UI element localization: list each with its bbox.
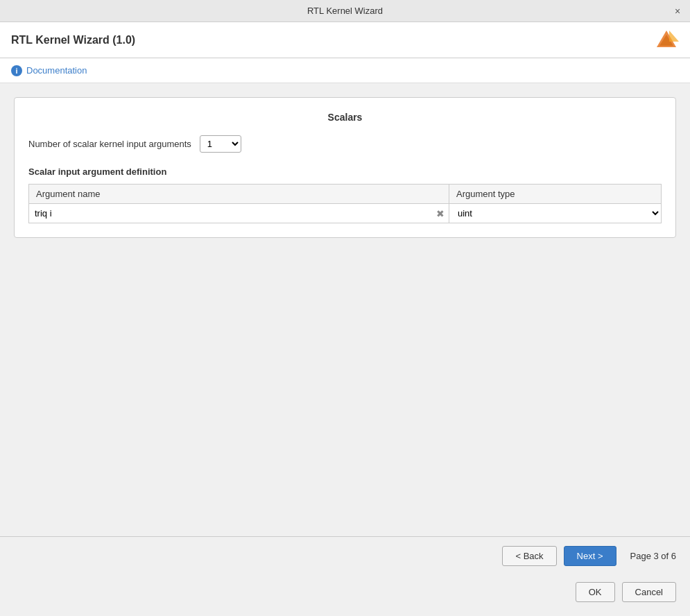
next-button[interactable]: Next > bbox=[564, 546, 616, 566]
argument-table: Argument name Argument type ✖ uint bbox=[28, 184, 662, 223]
scalars-title: Scalars bbox=[28, 112, 662, 123]
wizard-title: RTL Kernel Wizard (1.0) bbox=[11, 34, 135, 46]
title-bar-text: RTL Kernel Wizard bbox=[307, 6, 383, 16]
name-cell: ✖ bbox=[29, 204, 449, 223]
argument-name-input[interactable] bbox=[29, 205, 432, 222]
back-button[interactable]: < Back bbox=[502, 546, 556, 566]
info-icon: i bbox=[11, 65, 22, 76]
clear-name-button[interactable]: ✖ bbox=[432, 205, 449, 222]
header: RTL Kernel Wizard (1.0) bbox=[0, 22, 690, 58]
table-row: ✖ uint int float double uint64 int64 bbox=[29, 204, 662, 223]
svg-marker-2 bbox=[669, 31, 679, 42]
section-label: Scalar input argument definition bbox=[28, 166, 662, 177]
ok-button[interactable]: OK bbox=[576, 582, 615, 602]
page-info: Page 3 of 6 bbox=[630, 551, 677, 561]
doc-bar: i Documentation bbox=[0, 58, 690, 83]
num-args-select[interactable]: 0 1 2 3 4 5 6 7 8 bbox=[200, 135, 241, 153]
argument-type-select[interactable]: uint int float double uint64 int64 bbox=[449, 204, 661, 223]
col-header-type: Argument type bbox=[449, 185, 661, 204]
num-args-label: Number of scalar kernel input arguments bbox=[28, 139, 191, 149]
title-bar: RTL Kernel Wizard × bbox=[0, 0, 690, 22]
cancel-button[interactable]: Cancel bbox=[622, 582, 676, 602]
close-button[interactable]: × bbox=[671, 4, 684, 18]
bottom-buttons-row: OK Cancel bbox=[0, 575, 690, 616]
scalars-panel: Scalars Number of scalar kernel input ar… bbox=[14, 97, 676, 238]
main-content: Scalars Number of scalar kernel input ar… bbox=[0, 83, 690, 536]
documentation-link[interactable]: Documentation bbox=[26, 65, 87, 76]
bottom-nav-bar: < Back Next > Page 3 of 6 bbox=[0, 536, 690, 575]
num-args-row: Number of scalar kernel input arguments … bbox=[28, 135, 662, 153]
col-header-name: Argument name bbox=[29, 185, 449, 204]
logo-icon bbox=[654, 28, 679, 53]
type-cell: uint int float double uint64 int64 bbox=[449, 204, 661, 223]
